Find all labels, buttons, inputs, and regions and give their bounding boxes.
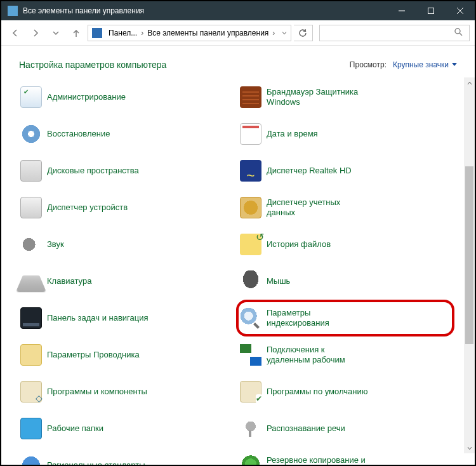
address-dropdown-button[interactable] [278, 29, 291, 37]
item-label: Дата и время [267, 129, 318, 139]
item-label: Клавиатура [47, 276, 91, 286]
app-icon [8, 6, 18, 16]
item-label: Программы и компоненты [47, 387, 147, 397]
item-sound[interactable]: Звук [19, 229, 232, 260]
item-label: Восстановление [47, 129, 110, 139]
item-label: Резервное копирование и восстановлени... [267, 455, 368, 466]
control-panel-icon [92, 28, 102, 38]
item-keyboard[interactable]: Клавиатура [19, 265, 232, 297]
vertical-scrollbar[interactable] [464, 77, 475, 453]
regional-icon [20, 455, 42, 466]
workfolders-icon [20, 418, 42, 439]
item-explorer-options[interactable]: Параметры Проводника [19, 339, 232, 371]
disks-icon [20, 160, 42, 182]
item-administration[interactable]: Администрирование [19, 81, 232, 113]
item-recovery[interactable]: Восстановление [19, 118, 232, 150]
creds-icon [240, 197, 261, 218]
svg-point-5 [455, 29, 460, 34]
search-icon[interactable] [450, 27, 466, 39]
item-label: Администрирование [47, 92, 126, 102]
minimize-button[interactable] [387, 1, 416, 20]
page-title: Настройка параметров компьютера [19, 60, 350, 70]
item-label: Подключения к удаленным рабочим [267, 345, 368, 366]
item-mouse[interactable]: Мышь [239, 265, 452, 297]
item-label: Диспетчер устройств [47, 203, 128, 213]
nav-bar: Панел... › Все элементы панели управлени… [1, 20, 475, 46]
item-label: Панель задач и навигация [47, 313, 149, 323]
item-label: Дисковые пространства [47, 166, 139, 176]
back-button[interactable] [6, 25, 24, 41]
content-header: Настройка параметров компьютера Просмотр… [1, 46, 475, 77]
item-speech-recognition[interactable]: Распознавание речи [239, 413, 452, 444]
item-label: Мышь [267, 276, 290, 286]
search-box[interactable] [319, 25, 470, 41]
item-default-programs[interactable]: Программы по умолчанию [239, 376, 452, 408]
item-label: Брандмауэр Защитника Windows [267, 87, 368, 108]
item-label: Программы по умолчанию [267, 387, 367, 397]
item-label: Распознавание речи [267, 423, 345, 434]
item-label: Параметры Проводника [47, 350, 140, 360]
explorer-icon [20, 344, 42, 366]
item-programs-and-features[interactable]: Программы и компоненты [19, 376, 232, 408]
view-by-selector[interactable]: Крупные значки [393, 60, 457, 69]
item-realtek-hd[interactable]: Диспетчер Realtek HD [239, 155, 452, 187]
item-label: История файлов [267, 239, 331, 250]
item-device-manager[interactable]: Диспетчер устройств [19, 192, 232, 223]
item-storage-spaces[interactable]: Дисковые пространства [19, 155, 232, 187]
item-date-time[interactable]: Дата и время [239, 118, 452, 150]
svg-line-6 [459, 33, 462, 36]
title-bar: Все элементы панели управления [1, 1, 475, 20]
breadcrumb-root[interactable]: Панел... [106, 29, 140, 37]
admin-icon [20, 86, 42, 108]
taskbar-icon [20, 307, 42, 329]
speech-icon [240, 418, 261, 439]
history-icon [240, 234, 261, 255]
scroll-down-button[interactable] [464, 443, 475, 453]
up-button[interactable] [67, 25, 85, 41]
rdp-icon [240, 344, 261, 366]
breadcrumb-current[interactable]: Все элементы панели управления [145, 29, 271, 37]
item-work-folders[interactable]: Рабочие папки [19, 413, 232, 444]
item-credential-manager[interactable]: Диспетчер учетных данных [239, 192, 452, 223]
item-label: Рабочие папки [47, 423, 103, 434]
realtek-icon [240, 160, 261, 182]
item-label: Региональные стандарты [47, 460, 145, 466]
window-title: Все элементы панели управления [23, 6, 387, 15]
programs-icon [20, 381, 42, 403]
search-input[interactable] [322, 29, 451, 37]
firewall-icon [240, 86, 261, 108]
defaults-icon [240, 381, 261, 403]
item-label: Параметры индексирования [267, 308, 368, 329]
recovery-icon [20, 123, 42, 145]
close-button[interactable] [446, 1, 475, 20]
breadcrumb-chevron-icon[interactable]: › [271, 29, 276, 37]
backup-icon [240, 455, 261, 466]
keyboard-icon [20, 270, 42, 292]
forward-button[interactable] [27, 25, 44, 41]
item-indexing-options[interactable]: Параметры индексирования [239, 302, 452, 334]
datetime-icon [240, 123, 261, 145]
scroll-up-button[interactable] [464, 77, 475, 88]
breadcrumb-chevron-icon[interactable]: › [140, 29, 145, 37]
item-remoteapp[interactable]: Подключения к удаленным рабочим [239, 339, 452, 371]
recent-locations-button[interactable] [47, 25, 65, 41]
sound-icon [20, 234, 42, 255]
maximize-button[interactable] [416, 1, 446, 20]
item-label: Звук [47, 239, 64, 250]
refresh-button[interactable] [294, 25, 313, 41]
scroll-thumb[interactable] [465, 166, 473, 344]
mouse-icon [240, 270, 261, 292]
item-backup-restore[interactable]: Резервное копирование и восстановлени... [239, 449, 452, 466]
device-icon [20, 197, 42, 218]
address-bar[interactable]: Панел... › Все элементы панели управлени… [88, 25, 291, 41]
svg-rect-1 [428, 8, 434, 14]
items-grid: АдминистрированиеБрандмауэр Защитника Wi… [1, 77, 463, 453]
item-defender-firewall[interactable]: Брандмауэр Защитника Windows [239, 81, 452, 113]
item-label: Диспетчер Realtek HD [267, 166, 352, 176]
item-label: Диспетчер учетных данных [267, 197, 368, 218]
item-file-history[interactable]: История файлов [239, 229, 452, 260]
item-region[interactable]: Региональные стандарты [19, 449, 232, 466]
indexing-icon [240, 307, 261, 329]
view-by-label: Просмотр: [350, 60, 387, 69]
item-taskbar-navigation[interactable]: Панель задач и навигация [19, 302, 232, 334]
